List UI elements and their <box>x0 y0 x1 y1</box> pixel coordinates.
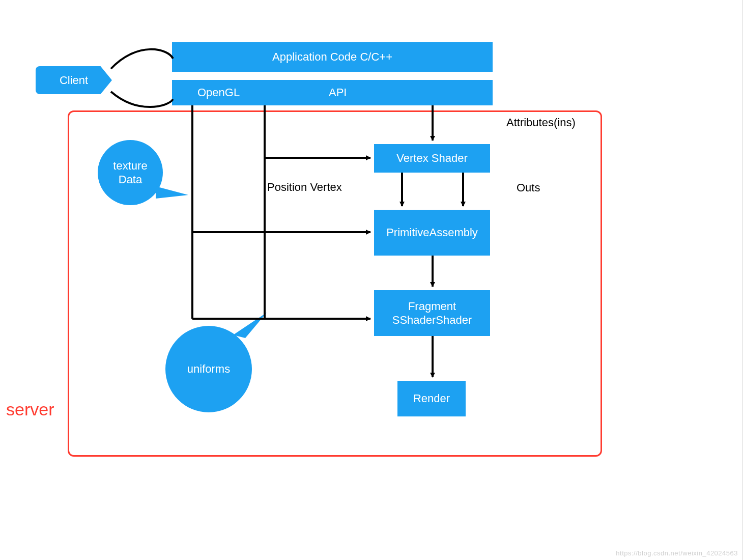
server-label: server <box>6 400 54 419</box>
position-vertex-label: Position Vertex <box>267 181 342 194</box>
watermark: https://blog.csdn.net/weixin_42024563 <box>616 549 738 557</box>
client-tag-label: Client <box>60 74 88 87</box>
client-tag: Client <box>36 66 112 94</box>
primitive-assembly-node: PrimitiveAssembly <box>374 210 490 256</box>
texture-data-label: texture Data <box>113 159 147 187</box>
vertex-shader-label: Vertex Shader <box>396 151 467 165</box>
uniforms-label: uniforms <box>187 362 230 376</box>
app-code-bar: Application Code C/C++ <box>172 42 493 72</box>
fragment-shader-node: Fragment SShaderShader <box>374 290 490 336</box>
api-bar: OpenGL API <box>172 80 493 105</box>
app-code-label: Application Code C/C++ <box>272 50 392 64</box>
render-node: Render <box>397 381 466 416</box>
api-bar-right-label: API <box>329 86 347 99</box>
uniforms-callout: uniforms <box>165 326 252 412</box>
api-bar-left-label: OpenGL <box>197 86 240 99</box>
diagram-root: Client Application Code C/C++ OpenGL API… <box>0 0 743 560</box>
attributes-label: Attributes(ins) <box>506 116 576 129</box>
vertex-shader-node: Vertex Shader <box>374 144 490 173</box>
fragment-shader-label: Fragment SShaderShader <box>379 299 485 327</box>
outs-label: Outs <box>517 181 540 194</box>
primitive-assembly-label: PrimitiveAssembly <box>386 226 478 240</box>
render-label: Render <box>413 391 450 406</box>
texture-data-callout: texture Data <box>98 140 163 205</box>
